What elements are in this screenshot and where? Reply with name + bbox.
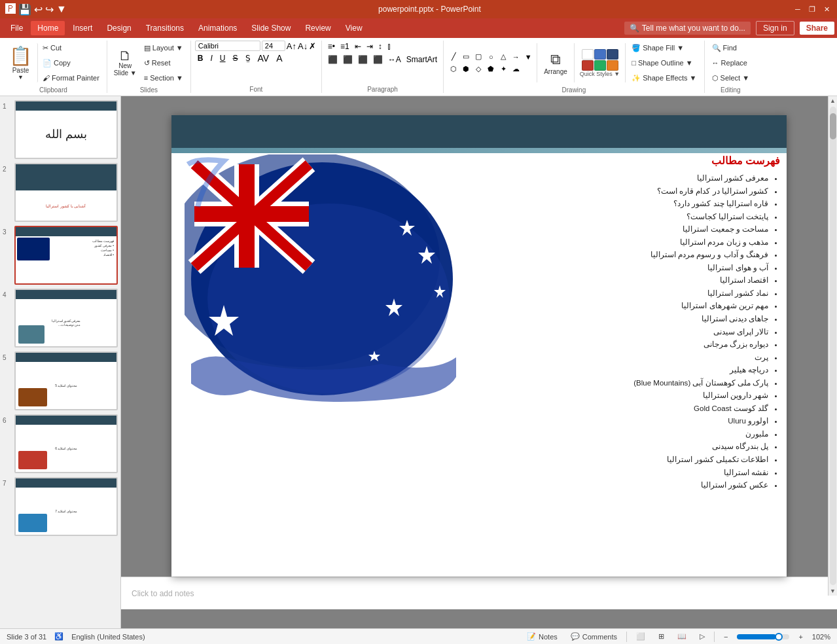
scroll-thumb[interactable] <box>830 113 836 139</box>
font-name-input[interactable] <box>195 41 260 51</box>
font-grow-button[interactable]: A↑ <box>287 41 296 51</box>
replace-button[interactable]: ↔ Replace <box>709 56 753 70</box>
character-spacing-button[interactable]: AV <box>255 52 272 64</box>
shape-more[interactable]: ▼ <box>522 51 534 63</box>
shape-line[interactable]: ╱ <box>448 51 459 63</box>
share-button[interactable]: Share <box>800 22 834 35</box>
line-spacing-button[interactable]: ↕ <box>376 41 384 52</box>
undo-icon[interactable]: ↩ <box>34 3 43 16</box>
justify-button[interactable]: ⬛ <box>371 54 385 65</box>
slide-thumb-6[interactable]: 6 محتوای اسلاید 6 <box>3 414 118 473</box>
menu-review[interactable]: Review <box>298 21 337 35</box>
shape-outline-button[interactable]: □ Shape Outline ▼ <box>628 56 700 70</box>
slideshow-button[interactable]: ▷ <box>696 631 709 642</box>
zoom-in-button[interactable]: + <box>794 632 806 642</box>
shape-p6[interactable]: ☁ <box>510 63 522 75</box>
window-controls[interactable]: ─ ❐ ✕ <box>792 4 832 14</box>
scroll-up-button[interactable]: ▲ <box>828 96 837 105</box>
qs-cell-3[interactable] <box>607 49 618 60</box>
notes-placeholder[interactable]: Click to add notes <box>132 589 194 598</box>
accessibility-icon[interactable]: ♿ <box>54 632 63 641</box>
slide-canvas[interactable]: فهرست مطالب معرفی کشور استرالیا کشور است… <box>171 115 787 577</box>
redo-icon[interactable]: ↪ <box>45 3 54 16</box>
slide-thumb-3[interactable]: 3 فهرست مطالب• معرفی کشور• مساحت• اقتصاد <box>3 226 118 285</box>
scroll-down-button[interactable]: ▼ <box>828 586 837 596</box>
notes-button[interactable]: 📝 Notes <box>523 631 561 642</box>
close-button[interactable]: ✕ <box>821 4 832 14</box>
zoom-slider[interactable] <box>737 634 789 639</box>
minimize-button[interactable]: ─ <box>792 4 803 14</box>
paste-dropdown[interactable]: ▼ <box>18 74 24 80</box>
smartart-button[interactable]: SmartArt <box>404 54 439 65</box>
arrange-button[interactable]: ⧉ Arrange <box>540 43 571 82</box>
slide-image-6[interactable]: محتوای اسلاید 6 <box>14 414 118 473</box>
layout-button[interactable]: ▤ Layout ▼ <box>141 41 187 55</box>
menu-animations[interactable]: Animations <box>192 21 243 35</box>
file-menu[interactable]: File <box>3 21 31 35</box>
copy-button[interactable]: 📄 Copy <box>39 56 103 70</box>
slide-thumb-7[interactable]: 7 محتوای اسلاید 7 <box>3 477 118 536</box>
slide-thumb-4[interactable]: 4 معرفی کشور استرالیامتن توضیحات... <box>3 289 118 348</box>
format-painter-button[interactable]: 🖌 Format Painter <box>39 71 103 85</box>
slide-panel[interactable]: 1 بسم الله 2 آشنایی با کشور استرالیا <box>0 96 121 628</box>
menu-slideshow[interactable]: Slide Show <box>245 21 297 35</box>
menu-transitions[interactable]: Transitions <box>139 21 190 35</box>
clear-format-button[interactable]: ✗ <box>309 41 316 51</box>
slide-thumb-2[interactable]: 2 آشنایی با کشور استرالیا <box>3 163 118 222</box>
numbering-button[interactable]: ≡1 <box>338 41 351 52</box>
qs-cell-2[interactable] <box>594 49 606 60</box>
shape-effects-button[interactable]: ✨ Shape Effects ▼ <box>628 71 700 85</box>
qs-cell-1[interactable] <box>582 49 594 60</box>
slide-thumb-5[interactable]: 5 محتوای اسلاید 5 <box>3 351 118 410</box>
menu-home[interactable]: Home <box>31 21 65 35</box>
slide-thumb-1[interactable]: 1 بسم الله <box>3 100 118 159</box>
shape-p5[interactable]: ✦ <box>497 63 509 75</box>
comments-button[interactable]: 💬 Comments <box>567 631 621 642</box>
shape-p4[interactable]: ⬟ <box>485 63 497 75</box>
shape-oval[interactable]: ○ <box>485 51 497 63</box>
slide-image-3[interactable]: فهرست مطالب• معرفی کشور• مساحت• اقتصاد <box>14 226 118 285</box>
font-color-button[interactable]: A <box>274 52 285 64</box>
shape-p1[interactable]: ⬡ <box>448 63 459 75</box>
zoom-out-button[interactable]: − <box>720 632 732 642</box>
text-shadow-button[interactable]: S̤ <box>243 53 253 63</box>
tell-me-input[interactable]: 🔍 Tell me what you want to do... <box>624 22 751 35</box>
menu-view[interactable]: View <box>339 21 369 35</box>
normal-view-button[interactable]: ⬜ <box>632 631 649 642</box>
slide-image-7[interactable]: محتوای اسلاید 7 <box>14 477 118 536</box>
notes-area[interactable]: Click to add notes <box>121 577 837 609</box>
shape-rrect[interactable]: ▢ <box>472 51 484 63</box>
align-center-button[interactable]: ⬛ <box>341 54 355 65</box>
shape-fill-button[interactable]: 🪣 Shape Fill ▼ <box>628 41 700 55</box>
reset-button[interactable]: ↺ Reset <box>141 56 187 70</box>
slide-image-5[interactable]: محتوای اسلاید 5 <box>14 351 118 410</box>
sign-in-button[interactable]: Sign in <box>756 21 794 35</box>
bold-button[interactable]: B <box>195 53 206 63</box>
find-button[interactable]: 🔍 Find <box>709 41 753 55</box>
italic-button[interactable]: I <box>208 53 215 63</box>
qs-cell-6[interactable] <box>607 60 618 71</box>
shape-arrow[interactable]: → <box>510 51 522 63</box>
zoom-handle[interactable] <box>775 633 783 641</box>
indent-dec-button[interactable]: ⇤ <box>353 41 363 52</box>
save-icon[interactable]: 💾 <box>18 3 31 16</box>
shape-p3[interactable]: ◇ <box>472 63 484 75</box>
zoom-level[interactable]: 102% <box>812 633 830 641</box>
australia-flag[interactable] <box>185 154 459 403</box>
bullets-button[interactable]: ≡• <box>326 41 337 52</box>
slide-image-2[interactable]: آشنایی با کشور استرالیا <box>14 163 118 222</box>
cut-button[interactable]: ✂ Cut <box>39 41 103 55</box>
align-left-button[interactable]: ⬛ <box>326 54 340 65</box>
restore-button[interactable]: ❐ <box>807 4 817 14</box>
new-slide-button[interactable]: 🗋 New Slide ▼ <box>111 43 139 82</box>
section-button[interactable]: ≡ Section ▼ <box>141 71 187 85</box>
underline-button[interactable]: U <box>217 53 228 63</box>
columns-button[interactable]: ⫿ <box>385 41 393 52</box>
strikethrough-button[interactable]: S <box>230 53 241 63</box>
customize-icon[interactable]: ▼ <box>56 3 67 15</box>
slide-image-1[interactable]: بسم الله <box>14 100 118 159</box>
paste-button[interactable]: 📋 Paste ▼ <box>4 43 38 82</box>
select-button[interactable]: ⬡ Select ▼ <box>709 71 753 85</box>
text-direction-button[interactable]: ↔A <box>386 54 403 65</box>
shape-tri[interactable]: △ <box>497 51 509 63</box>
